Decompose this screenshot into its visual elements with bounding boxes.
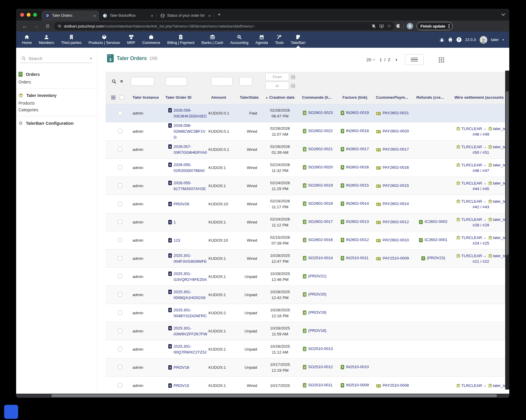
sidebar-link-products[interactable]: Products (18, 100, 92, 106)
customer-payment-link[interactable]: PAY2602-0017 (376, 147, 409, 151)
row-checkbox[interactable] (118, 220, 122, 224)
filter-talerstate-input[interactable] (239, 77, 252, 86)
row-checkbox[interactable] (118, 111, 122, 115)
taler-order-id-link[interactable]: 2026.055-81T7M3S07AYGE (168, 180, 207, 192)
customer-payment-link[interactable]: PAY2602-0010 (376, 238, 409, 242)
column-header-4[interactable]: TalerState (237, 95, 261, 100)
wire-settlement-link[interactable]: TLRCLEAR→taler_te#28 / #29 (455, 217, 506, 228)
column-header-6[interactable]: Commande (li... (299, 95, 339, 100)
row-checkbox[interactable] (118, 129, 122, 133)
vertical-scrollbar[interactable] (505, 71, 509, 390)
calendar-from-icon[interactable] (291, 75, 295, 79)
top-menu-third-parties[interactable]: Third parties (57, 32, 85, 48)
facture-link[interactable]: IN2602-0016 (341, 165, 369, 170)
window-zoom-button[interactable] (33, 13, 37, 17)
tab-search-chevron-icon[interactable] (502, 12, 505, 15)
horizontal-scrollbar-thumb[interactable] (51, 394, 497, 397)
facture-link[interactable]: IN2602-0012 (341, 238, 369, 242)
commande-link[interactable]: (PROV20) (303, 292, 326, 297)
taler-order-id-link[interactable]: 2025.301-G3VQR2Y6FEZ0A (168, 271, 207, 283)
top-menu-members[interactable]: Members (35, 32, 57, 48)
search-dropdown-chevron-icon[interactable]: ▾ (90, 57, 92, 60)
sidebar-link-orders[interactable]: Orders (18, 78, 92, 85)
commande-link[interactable]: (PROV18) (303, 328, 326, 333)
taler-order-id-link[interactable]: 2026.057-03R7GG6HERYA0 (168, 144, 207, 156)
forward-button[interactable]: → (31, 23, 41, 29)
window-minimize-button[interactable] (27, 13, 30, 17)
wire-settlement-link[interactable]: TLRCLEAR→taler_te#44 / #45 (455, 180, 506, 192)
wire-settlement-link[interactable]: TLRCLEAR→taler_te (455, 383, 506, 388)
bug-report-icon[interactable] (440, 37, 444, 42)
commande-link[interactable]: SO2602-0017 (303, 219, 333, 224)
taler-order-id-link[interactable]: 2025.301-004F3VG9G9WFE (168, 253, 207, 264)
column-header-7[interactable]: Facture (link) (339, 95, 374, 100)
tab-close-icon[interactable]: × (150, 13, 154, 18)
row-checkbox[interactable] (118, 147, 122, 151)
commande-link[interactable]: SO2510-0012 (303, 365, 333, 369)
next-page-button[interactable]: › (395, 57, 398, 63)
browser-tab-3[interactable]: Status of your order forSync × (157, 11, 214, 21)
user-menu-chevron-icon[interactable]: ▾ (503, 38, 504, 41)
customer-payment-link[interactable]: PAY2602-0021 (376, 111, 409, 115)
apply-filter-icon[interactable] (112, 79, 116, 84)
top-menu-products-services[interactable]: Products | Services (85, 32, 123, 48)
column-header-5[interactable]: ▲Creation date (261, 95, 299, 100)
column-header-10[interactable]: Wire settlement (accounts (452, 95, 509, 100)
search-input[interactable] (28, 56, 87, 61)
commande-link[interactable]: SO2602-0020 (303, 165, 333, 170)
commande-link[interactable]: SO2602-0021 (303, 147, 333, 151)
customer-payment-link[interactable]: PAY2510-0009 (376, 256, 409, 260)
wire-settlement-link[interactable]: TLRCLEAR→taler_te#42 / #43 (455, 199, 506, 210)
refund-link[interactable]: IC2602-0002 (419, 219, 447, 224)
top-menu-billing-payment[interactable]: Billing | Payment (164, 32, 198, 48)
commande-link[interactable]: SO2510-0011 (303, 383, 332, 387)
list-view-button[interactable] (405, 54, 424, 65)
wire-settlement-link[interactable]: TLRCLEAR→taler_te#48 / #49 (455, 126, 506, 137)
refund-link[interactable]: (PROV23) (421, 256, 445, 260)
address-bar[interactable]: dolibarr.potuzhnyi.com/custom/talerbarr/… (54, 22, 394, 30)
facture-link[interactable]: IN2602-0014 (341, 201, 369, 206)
help-icon[interactable]: ? (457, 37, 461, 42)
wire-settlement-link[interactable]: TLRCLEAR→taler_te#21 / #22 (455, 253, 506, 264)
horizontal-scrollbar[interactable] (16, 394, 509, 398)
wire-settlement-link[interactable]: TLRCLEAR→taler_te#46 / #47 (455, 162, 506, 173)
tab-close-icon[interactable]: × (207, 13, 212, 18)
new-tab-button[interactable]: + (214, 10, 224, 20)
site-info-icon[interactable] (57, 24, 62, 28)
calendar-to-icon[interactable] (291, 84, 295, 88)
top-menu-banks-cash[interactable]: Banks | Cash (198, 32, 227, 48)
taler-order-id-link[interactable]: 2026.059-03C8HK2DDH2EC (168, 107, 207, 119)
top-menu-talerbarr[interactable]: TalerBarr (287, 32, 309, 48)
extensions-icon[interactable] (396, 24, 401, 28)
column-header-2[interactable]: Taler Order ID (164, 95, 207, 100)
commande-link[interactable]: SO2510-0014 (303, 256, 333, 260)
back-button[interactable]: ← (20, 23, 30, 29)
facture-link[interactable]: IN2602-0018 (341, 129, 369, 133)
commande-link[interactable]: SO2510-0013 (303, 346, 333, 351)
row-checkbox[interactable] (118, 256, 122, 260)
filter-date-from-input[interactable] (265, 73, 289, 81)
reload-button[interactable] (43, 24, 52, 28)
taler-order-id-link[interactable]: 2025.301-0008QA1HG52X8 (168, 289, 207, 301)
top-menu-agenda[interactable]: Agenda (252, 32, 272, 48)
facture-link[interactable]: IN2510-0010 (341, 365, 369, 369)
taler-order-id-link[interactable]: PROV15 (168, 383, 189, 389)
taler-order-id-link[interactable]: PROV16 (168, 365, 189, 371)
notifications-blocked-icon[interactable] (371, 24, 376, 28)
filter-amount-input[interactable] (211, 77, 233, 86)
commande-link[interactable]: SO2602-0022 (303, 129, 333, 133)
top-menu-home[interactable]: Home (18, 32, 35, 48)
row-checkbox[interactable] (118, 310, 122, 315)
row-checkbox[interactable] (118, 165, 122, 170)
customer-payment-link[interactable]: PAY2602-0016 (376, 165, 409, 170)
window-close-button[interactable] (20, 13, 24, 17)
facture-link[interactable]: IN2602-0017 (341, 147, 369, 151)
refund-link[interactable]: IC2602-0001 (419, 238, 447, 242)
desktop-dock-item[interactable] (4, 405, 18, 419)
vertical-scrollbar-thumb[interactable] (506, 91, 509, 255)
customer-payment-link[interactable]: PAY2602-0020 (376, 129, 409, 133)
taler-order-id-link[interactable]: 2026.056-02W8CWC3BF1VG (168, 123, 208, 140)
taler-order-id-link[interactable]: 1 (168, 219, 176, 225)
column-header-9[interactable]: Refunds (cre... (415, 95, 452, 100)
column-header-8[interactable]: CustomerPaym... (374, 95, 415, 100)
